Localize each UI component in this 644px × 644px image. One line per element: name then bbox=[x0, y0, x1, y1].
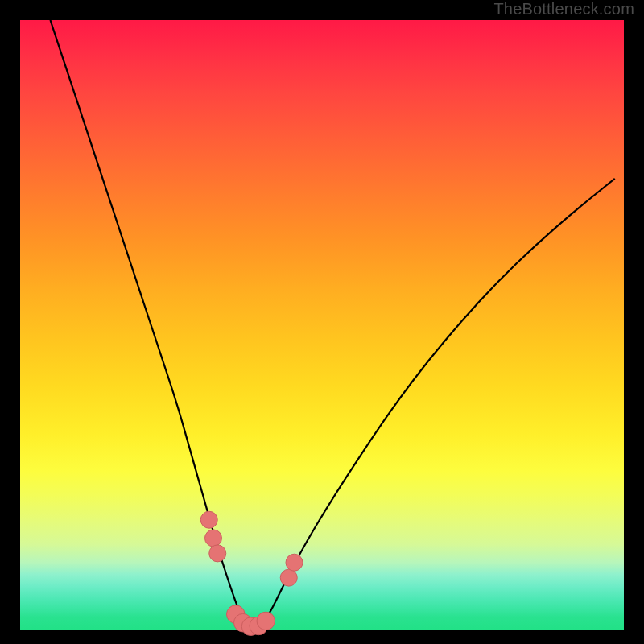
chart-frame: TheBottleneck.com bbox=[0, 0, 644, 644]
watermark-text: TheBottleneck.com bbox=[493, 0, 634, 19]
heatmap-gradient-background bbox=[20, 20, 624, 630]
